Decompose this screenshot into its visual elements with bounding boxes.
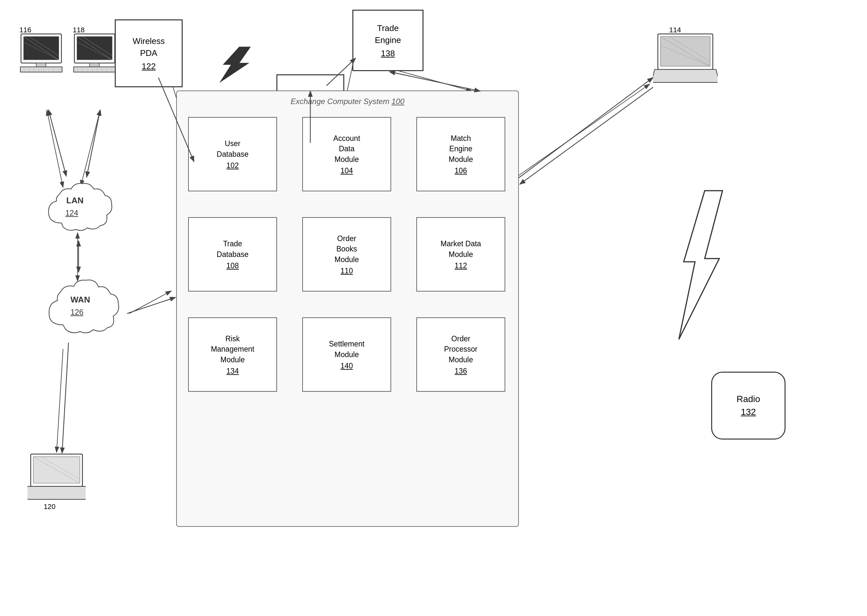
radio-label: Radio: [736, 394, 760, 404]
ref-118: 118: [73, 26, 85, 34]
lan-num: 124: [65, 209, 78, 217]
wan-cloud: WAN 126: [42, 272, 126, 343]
lightning-pda-hub: [197, 45, 268, 85]
module-risk-management: RiskManagementModule 134: [188, 317, 277, 392]
ref-116: 116: [19, 26, 31, 34]
module-order-processor: OrderProcessorModule 136: [416, 317, 505, 392]
ref-114: 114: [669, 26, 681, 34]
computer-114: [653, 32, 718, 85]
svg-marker-57: [220, 47, 250, 82]
computer-120: [27, 453, 86, 502]
svg-line-65: [127, 297, 176, 313]
svg-marker-50: [653, 69, 718, 82]
module-account-data: AccountDataModule 104: [302, 117, 391, 191]
module-match-engine: MatchEngineModule 106: [416, 117, 505, 191]
svg-line-6: [57, 349, 63, 453]
wan-label: WAN: [71, 295, 90, 305]
exchange-system-box: Exchange Computer System 100 UserDatabas…: [176, 91, 519, 527]
svg-marker-56: [27, 486, 86, 499]
module-order-books: OrderBooksModule 110: [302, 217, 391, 292]
computer-116: [18, 32, 65, 75]
svg-rect-34: [90, 63, 99, 67]
radio-num: 132: [741, 407, 756, 417]
module-settlement: SettlementModule 140: [302, 317, 391, 392]
trade-engine-box: TradeEngine 138: [352, 10, 423, 71]
svg-line-64: [62, 343, 69, 453]
svg-line-70: [519, 77, 653, 178]
trade-engine-num: 138: [381, 49, 395, 58]
computer-118: [71, 32, 118, 75]
radio-box: Radio 132: [711, 372, 785, 440]
exchange-num: 100: [392, 97, 404, 106]
diagram: 116 118: [0, 0, 867, 616]
svg-line-71: [520, 87, 653, 184]
wireless-pda-label: WirelessPDA: [132, 35, 165, 59]
svg-line-12: [511, 84, 650, 181]
wireless-pda-num: 122: [142, 61, 156, 71]
module-user-database: UserDatabase 102: [188, 117, 277, 191]
exchange-title: Exchange Computer System 100: [291, 97, 404, 106]
svg-line-7: [129, 291, 172, 313]
module-trade-database: TradeDatabase 108: [188, 217, 277, 292]
lan-cloud: LAN 124: [42, 174, 116, 239]
svg-line-62: [87, 110, 100, 177]
svg-line-61: [49, 110, 66, 176]
svg-marker-58: [679, 191, 722, 339]
wireless-pda-box: WirelessPDA 122: [115, 19, 183, 87]
ref-120: 120: [44, 503, 56, 511]
svg-line-69: [390, 72, 480, 91]
lightning-right: [666, 187, 724, 344]
svg-line-11: [388, 68, 472, 91]
module-market-data: Market DataModule 112: [416, 217, 505, 292]
lan-label: LAN: [66, 195, 83, 206]
trade-engine-label: TradeEngine: [375, 22, 401, 46]
svg-rect-18: [36, 63, 46, 67]
wan-num: 126: [71, 308, 83, 317]
